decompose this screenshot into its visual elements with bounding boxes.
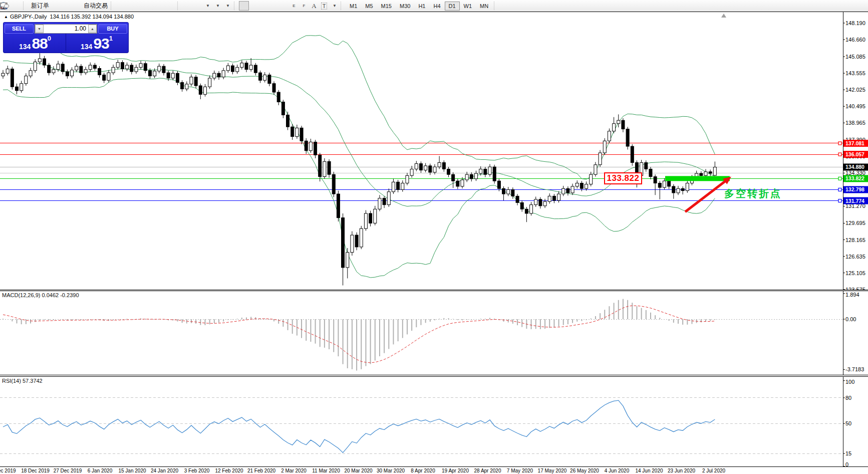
price-chart[interactable]: 148.190146.660145.085143.555142.025140.4… <box>0 12 868 290</box>
chart-title: ▲GBPJPY-,Daily 134.116 135.392 134.094 1… <box>4 14 134 20</box>
new-order-label: 新订单 <box>31 2 49 10</box>
auto-scroll-icon[interactable] <box>182 1 192 11</box>
timeframes-clock-icon[interactable]: ▼ <box>212 1 222 11</box>
date-tick-label: 8 Apr 2020 <box>411 468 435 473</box>
broom-icon[interactable] <box>51 1 61 11</box>
price-annotation-box[interactable]: 133.822 <box>604 172 642 184</box>
date-tick-label: 28 Apr 2020 <box>474 468 501 473</box>
svg-text:50: 50 <box>845 420 851 426</box>
svg-text:134.880: 134.880 <box>845 164 864 170</box>
indicators-icon[interactable]: ▼ <box>202 1 212 11</box>
cursor-tool[interactable] <box>239 1 249 11</box>
svg-text:137.081: 137.081 <box>845 140 864 146</box>
panel-separator[interactable] <box>0 290 868 290</box>
date-tick-label: 27 Dec 2019 <box>54 468 82 473</box>
macd-name: MACD(12,26,9) <box>2 292 40 298</box>
svg-text:1.894: 1.894 <box>845 292 859 298</box>
svg-text:129.695: 129.695 <box>845 220 865 226</box>
svg-text:100: 100 <box>845 379 854 385</box>
tf-mn[interactable]: MN <box>476 2 492 11</box>
search-icon[interactable] <box>845 1 855 11</box>
preview-icon[interactable] <box>12 1 22 11</box>
date-axis[interactable]: 2 Dec 201918 Dec 201927 Dec 20196 Jan 20… <box>0 467 868 474</box>
tf-m30[interactable]: M30 <box>396 2 414 11</box>
main-toolbar: 新订单 自动交易 ▼ ▼ <box>0 0 868 12</box>
tile-windows-icon[interactable] <box>166 1 176 11</box>
line-chart-icon[interactable] <box>136 1 146 11</box>
arrows-tool[interactable]: ▼ <box>329 1 339 11</box>
svg-text:126.635: 126.635 <box>845 254 865 260</box>
candlestick-icon[interactable] <box>126 1 136 11</box>
zoom-out-icon[interactable] <box>156 1 166 11</box>
svg-text:0.00: 0.00 <box>845 316 856 322</box>
tf-w1[interactable]: W1 <box>460 2 476 11</box>
svg-text:143.555: 143.555 <box>845 70 865 76</box>
panel-separator[interactable] <box>0 291 868 291</box>
svg-text:131.774: 131.774 <box>845 198 864 204</box>
svg-text:15: 15 <box>845 450 851 456</box>
green-zone-rect <box>665 176 730 181</box>
toolbar-separator <box>234 2 237 10</box>
dropdown-arrow-icon: ▼ <box>206 4 210 8</box>
navigator-icon[interactable] <box>61 1 71 11</box>
panel-separator[interactable] <box>0 375 868 375</box>
trendline-tool[interactable] <box>279 1 289 11</box>
macd-values: 0.0462 -0.2390 <box>42 292 79 298</box>
sell-button[interactable]: SELL <box>5 24 34 34</box>
new-order-button[interactable]: 新订单 <box>28 1 51 11</box>
panel-separator[interactable] <box>0 376 868 377</box>
buy-price[interactable]: 134 93 1 <box>67 36 126 51</box>
vertical-line-tool[interactable] <box>259 1 269 11</box>
macd-panel[interactable]: 1.8940.00-3.7183 <box>0 291 868 375</box>
svg-text:80: 80 <box>845 395 851 401</box>
volume-value[interactable]: 1.00 <box>44 25 88 32</box>
sell-price-sup: 0 <box>48 35 51 42</box>
crosshair-tool[interactable] <box>249 1 259 11</box>
date-tick-label: 21 Feb 2020 <box>247 468 275 473</box>
label-tool-glyph: T <box>321 3 328 10</box>
text-label-tool[interactable]: T <box>319 1 329 11</box>
date-tick-label: 14 Jun 2020 <box>635 468 663 473</box>
tf-d1[interactable]: D1 <box>445 2 460 11</box>
volume-up-button[interactable]: ▲ <box>88 25 97 33</box>
signals-icon[interactable] <box>71 1 81 11</box>
buy-price-sup: 1 <box>109 35 113 42</box>
tf-m1[interactable]: M1 <box>346 2 361 11</box>
dropdown-arrow-icon: ▼ <box>226 4 230 8</box>
rsi-indicator-label: RSI(14) 57.3742 <box>2 378 43 384</box>
date-tick-label: 2 Mar 2020 <box>281 468 307 473</box>
svg-text:125.105: 125.105 <box>845 270 865 276</box>
toolbar-separator <box>341 2 344 10</box>
fibo-tag: F <box>303 4 306 8</box>
date-tick-label: 15 Jan 2020 <box>118 468 146 473</box>
horizontal-line-tool[interactable] <box>269 1 279 11</box>
templates-icon[interactable]: ▼ <box>222 1 232 11</box>
zoom-in-icon[interactable] <box>146 1 156 11</box>
channel-tool[interactable]: E <box>289 1 299 11</box>
timeframe-toolbar: M1M5M15M30H1H4D1W1MN <box>346 2 492 11</box>
text-tool[interactable]: A <box>309 1 319 11</box>
date-tick-label: 17 May 2020 <box>538 468 567 473</box>
rsi-panel[interactable]: 1008050150 <box>0 377 868 466</box>
chart-shift-icon[interactable] <box>192 1 202 11</box>
date-tick-label: 11 Mar 2020 <box>312 468 340 473</box>
tf-h4[interactable]: H4 <box>429 2 444 11</box>
autotrading-button[interactable]: 自动交易 <box>81 1 109 11</box>
chat-icon[interactable] <box>855 1 865 11</box>
bar-chart-icon[interactable] <box>116 1 126 11</box>
volume-down-button[interactable]: ▼ <box>35 25 44 33</box>
buy-button[interactable]: BUY <box>98 24 127 34</box>
date-tick-label: 4 Jun 2020 <box>605 468 630 473</box>
date-tick-label: 2 Jul 2020 <box>702 468 725 473</box>
tf-m5[interactable]: M5 <box>361 2 377 11</box>
tf-m15[interactable]: M15 <box>377 2 396 11</box>
sell-price[interactable]: 134 88 0 <box>6 36 65 51</box>
price-divider <box>66 34 66 51</box>
date-tick-label: 18 Dec 2019 <box>21 468 50 473</box>
date-tick-label: 26 May 2020 <box>570 468 599 473</box>
pivot-annotation-text[interactable]: 多空转折点 <box>724 187 782 200</box>
svg-text:-3.7183: -3.7183 <box>845 366 864 372</box>
fibonacci-tool[interactable]: F <box>299 1 309 11</box>
tf-h1[interactable]: H1 <box>414 2 429 11</box>
symbol-marker-icon: ▲ <box>4 15 8 19</box>
